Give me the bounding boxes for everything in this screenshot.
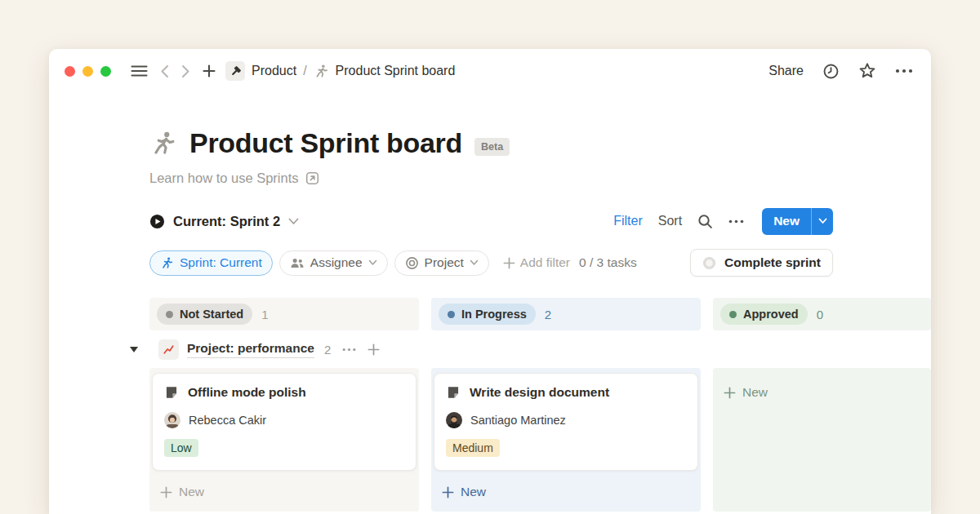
- card-assignee: Santiago Martinez: [470, 414, 566, 427]
- triangle-down-icon: [129, 346, 139, 353]
- nav-forward-button[interactable]: [181, 64, 190, 78]
- column-header-not-started[interactable]: Not Started 1: [149, 298, 419, 330]
- board-columns-body: Offline mode polish Rebecca Cakir Low Ne…: [149, 368, 931, 512]
- column-name: In Progress: [461, 308, 527, 321]
- traffic-lights: [65, 66, 111, 77]
- card-assignee: Rebecca Cakir: [189, 414, 266, 427]
- sort-button[interactable]: Sort: [658, 214, 682, 228]
- breadcrumb-workspace[interactable]: Product: [252, 64, 296, 78]
- column-name: Approved: [743, 308, 799, 321]
- search-icon: [697, 214, 713, 229]
- status-dot-icon: [166, 311, 173, 318]
- runner-icon: [160, 256, 174, 270]
- filter-button[interactable]: Filter: [613, 214, 643, 228]
- ellipsis-icon: [342, 348, 356, 352]
- breadcrumb: Product / Product Sprint board: [225, 61, 455, 81]
- avatar: [164, 412, 180, 428]
- new-task-split-button: New: [762, 208, 833, 235]
- share-button[interactable]: Share: [768, 64, 804, 78]
- new-card-button[interactable]: New: [152, 477, 416, 507]
- ellipsis-icon: [728, 219, 744, 224]
- sprint-filter-chip[interactable]: Sprint: Current: [149, 250, 273, 276]
- task-card[interactable]: Offline mode polish Rebecca Cakir Low: [152, 373, 416, 471]
- star-icon: [858, 62, 876, 80]
- column-in-progress: Write design document Santiago Martinez …: [431, 368, 701, 512]
- new-task-dropdown-button[interactable]: [811, 208, 833, 235]
- search-button[interactable]: [697, 214, 713, 229]
- group-title[interactable]: Project: performance: [187, 341, 314, 358]
- updates-button[interactable]: [822, 63, 840, 80]
- page-icon: [164, 385, 179, 400]
- new-card-label: New: [742, 385, 768, 400]
- status-pill: In Progress: [439, 304, 536, 325]
- zoom-window-button[interactable]: [100, 66, 111, 77]
- external-link-icon: [305, 171, 319, 185]
- project-chip-label: Project: [425, 255, 464, 270]
- new-page-button[interactable]: [203, 64, 216, 78]
- column-count: 0: [817, 308, 823, 321]
- sprint-view-label: Current: Sprint 2: [173, 214, 280, 229]
- beta-badge: Beta: [474, 138, 510, 156]
- assignee-filter-chip[interactable]: Assignee: [279, 250, 388, 276]
- runner-icon: [314, 64, 329, 79]
- new-card-label: New: [461, 485, 486, 499]
- favorite-button[interactable]: [858, 62, 876, 80]
- people-icon: [290, 257, 305, 269]
- project-filter-chip[interactable]: Project: [394, 250, 489, 276]
- column-not-started: Offline mode polish Rebecca Cakir Low Ne…: [149, 368, 419, 512]
- avatar: [446, 412, 462, 428]
- task-card[interactable]: Write design document Santiago Martinez …: [434, 373, 698, 471]
- nav-back-button[interactable]: [160, 64, 169, 78]
- column-header-in-progress[interactable]: In Progress 2: [431, 298, 701, 330]
- page-runner-icon[interactable]: [149, 130, 177, 157]
- group-count: 2: [324, 343, 331, 357]
- new-task-button[interactable]: New: [762, 208, 811, 235]
- chevron-down-icon: [368, 259, 377, 266]
- collapse-group-toggle[interactable]: [129, 346, 139, 353]
- new-card-label: New: [179, 485, 204, 499]
- column-header-approved[interactable]: Approved 0: [713, 298, 931, 330]
- chevron-right-icon: [181, 64, 190, 78]
- sprint-progress-ring-icon: [702, 256, 716, 270]
- breadcrumb-separator: /: [303, 64, 306, 78]
- titlebar: Product / Product Sprint board Share: [49, 55, 931, 86]
- plus-icon: [160, 486, 172, 498]
- complete-sprint-button[interactable]: Complete sprint: [690, 249, 833, 277]
- workspace-icon-badge[interactable]: [225, 61, 245, 81]
- breadcrumb-page[interactable]: Product Sprint board: [336, 64, 456, 78]
- tasks-progress-label: 0 / 3 tasks: [579, 255, 637, 270]
- new-card-button[interactable]: New: [715, 378, 929, 407]
- help-link[interactable]: Learn how to use Sprints: [49, 171, 931, 186]
- more-options-button[interactable]: [895, 69, 913, 73]
- sprint-chip-label: Sprint: Current: [180, 255, 262, 270]
- add-filter-button[interactable]: Add filter: [503, 255, 570, 270]
- hamburger-icon: [131, 64, 148, 78]
- card-title: Offline mode polish: [188, 385, 306, 400]
- board-group-header: Project: performance 2: [129, 330, 931, 368]
- card-title: Write design document: [470, 385, 609, 400]
- new-card-button[interactable]: New: [434, 477, 698, 507]
- plus-icon: [503, 257, 515, 269]
- plus-icon: [368, 343, 380, 356]
- close-window-button[interactable]: [65, 66, 75, 77]
- clock-icon: [822, 63, 840, 80]
- kanban-board: Not Started 1 In Progress 2 Approved 0: [149, 298, 931, 512]
- plus-icon: [724, 387, 736, 399]
- chevron-left-icon: [160, 64, 169, 78]
- assignee-chip-label: Assignee: [310, 255, 363, 270]
- group-options-button[interactable]: [342, 348, 356, 352]
- page-icon: [446, 385, 461, 400]
- group-add-button[interactable]: [368, 343, 380, 356]
- priority-tag: Medium: [446, 439, 500, 457]
- column-approved: New: [713, 368, 931, 512]
- minimize-window-button[interactable]: [82, 66, 93, 77]
- add-filter-label: Add filter: [520, 255, 570, 270]
- column-name: Not Started: [180, 308, 243, 321]
- view-options-button[interactable]: [728, 219, 744, 224]
- project-icon-badge: [158, 339, 179, 360]
- line-chart-icon: [163, 343, 175, 356]
- priority-tag: Low: [164, 439, 198, 457]
- sprint-view-selector[interactable]: Current: Sprint 2: [149, 214, 299, 229]
- status-dot-icon: [729, 311, 737, 318]
- sidebar-menu-button[interactable]: [131, 64, 148, 78]
